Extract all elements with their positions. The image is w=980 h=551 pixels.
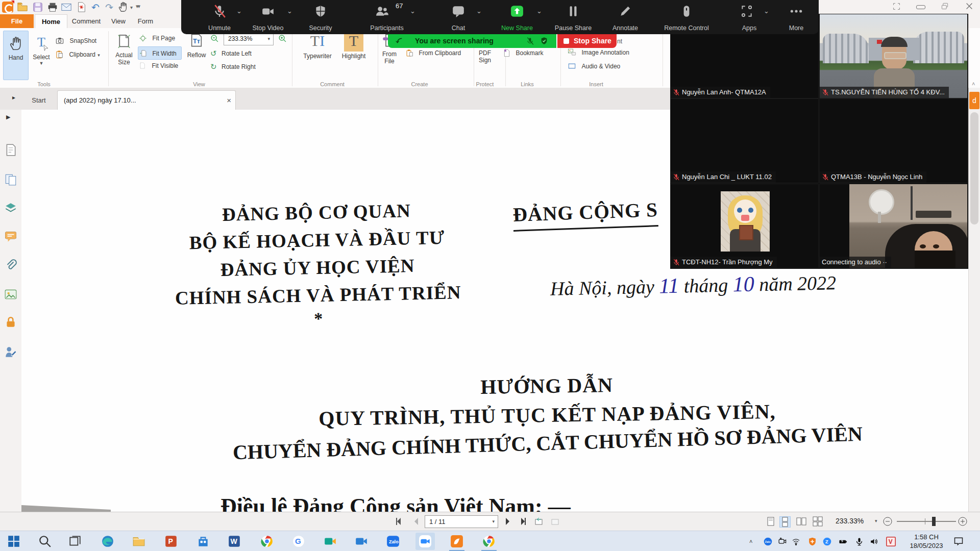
remote-control-button[interactable]: Remote Control [656, 0, 717, 34]
tray-record-icon[interactable] [778, 537, 787, 546]
chrome-active-icon[interactable] [482, 535, 496, 548]
chrome-icon[interactable] [260, 535, 274, 548]
first-page-icon[interactable] [394, 516, 404, 527]
select-dropdown-icon[interactable]: ▼ [30, 61, 53, 66]
security-button[interactable]: Security [299, 0, 342, 34]
hand-tool-quick-icon[interactable] [117, 2, 129, 13]
rotate-right-button[interactable]: ↻ Rotate Right [210, 62, 256, 71]
chat-button[interactable]: ⌄ Chat [440, 0, 476, 34]
zoom-slider-handle[interactable] [932, 517, 936, 526]
new-share-button[interactable]: ⌄ New Share [492, 0, 543, 34]
google-icon[interactable]: G [292, 535, 305, 548]
tab-file[interactable]: File [0, 14, 34, 28]
snapshot-button[interactable]: SnapShot [55, 36, 96, 45]
zoom-combo-dropdown-icon[interactable]: ▾ [267, 33, 270, 45]
tray-battery-icon[interactable] [839, 537, 847, 546]
close-icon[interactable] [965, 2, 974, 11]
tab-comment[interactable]: Comment [68, 14, 105, 28]
zalo-icon[interactable]: Zalo [386, 535, 400, 548]
signatures-panel-icon[interactable] [4, 345, 17, 359]
continuous-facing-view-icon[interactable] [813, 516, 823, 527]
reflow-button[interactable]: Tт Reflow [186, 32, 207, 59]
pages-panel-icon[interactable] [4, 173, 17, 186]
zoom-app-icon[interactable] [419, 535, 432, 548]
bookmark-button[interactable]: Bookmark [503, 48, 543, 57]
fit-page-button[interactable]: Fit Page [139, 33, 175, 42]
continuous-view-icon[interactable] [779, 516, 791, 528]
tray-zalo-icon[interactable]: Zalo [764, 537, 772, 546]
vertical-scrollbar[interactable]: ˄ d [968, 88, 980, 512]
open-file-icon[interactable] [17, 2, 28, 13]
highlight-button[interactable]: T Highlight [338, 32, 370, 60]
chevron-down-icon[interactable]: ⌄ [476, 7, 482, 15]
scroll-up-icon[interactable]: ˄ [972, 81, 975, 87]
expand-panel-icon[interactable]: ▶ [6, 114, 19, 127]
minimize-icon[interactable] [916, 5, 925, 9]
customize-toolbar-icon[interactable]: ▾▾ [136, 3, 139, 10]
tray-antivirus-icon[interactable] [808, 537, 817, 546]
chevron-down-icon[interactable]: ⌄ [764, 7, 769, 15]
zoom-out-circle-icon[interactable] [883, 516, 893, 527]
tray-microphone-icon[interactable] [855, 537, 864, 546]
tab-scroll-left-icon[interactable]: ▸ [12, 94, 15, 101]
ribbon-zoom-combo[interactable]: 233.33% ▾ [224, 33, 274, 45]
scrollbar-thumb[interactable] [970, 112, 978, 224]
page-dropdown-icon[interactable]: ▾ [492, 516, 495, 528]
hand-tool-dropdown-icon[interactable]: ▾ [130, 5, 133, 10]
meet-icon[interactable] [324, 535, 337, 548]
zoom-slider-track[interactable] [897, 521, 956, 522]
fit-width-button[interactable]: Fit Width [138, 46, 182, 60]
zoom-in-circle-icon[interactable] [958, 516, 968, 527]
typewriter-button[interactable]: TI Typewriter [302, 32, 333, 60]
tray-zoom-icon[interactable]: Z [823, 537, 831, 546]
participants-button[interactable]: 67 ⌄ Participants [359, 0, 415, 34]
word-icon[interactable]: W [228, 535, 241, 548]
previous-page-icon[interactable] [411, 516, 422, 527]
zoom-in-icon[interactable] [278, 34, 287, 43]
participant-tile[interactable]: Nguyễn Lan Chi _ LUKT 11.02 [670, 98, 819, 183]
task-view-icon[interactable] [68, 535, 82, 548]
actual-size-button[interactable]: Actual Size [113, 32, 135, 66]
single-page-view-icon[interactable] [766, 516, 776, 527]
participant-tile[interactable]: QTMA13B - Nguyễn Ngọc Linh [819, 98, 968, 183]
tray-wifi-icon[interactable] [792, 537, 800, 546]
zoom-out-icon[interactable] [210, 34, 219, 43]
action-center-icon[interactable] [953, 536, 964, 546]
fit-visible-button[interactable]: Fit Visible [139, 61, 178, 70]
powerpoint-icon[interactable]: P [164, 535, 178, 548]
rotate-left-button[interactable]: ↺ Rotate Left [210, 48, 252, 58]
apps-button[interactable]: ⌄ Apps [730, 0, 769, 34]
pause-share-button[interactable]: Pause Share [548, 0, 599, 34]
select-tool-button[interactable]: T Select ▼ [30, 31, 53, 82]
edge-icon[interactable] [101, 535, 114, 548]
attachments-panel-icon[interactable] [4, 259, 17, 272]
participant-tile[interactable]: TCĐT-NH12- Trần Phượng My [670, 184, 819, 268]
annotate-button[interactable]: Annotate [604, 0, 647, 34]
chevron-down-icon[interactable]: ⌄ [536, 7, 542, 15]
search-icon[interactable] [38, 535, 52, 548]
participant-tile[interactable]: TS.NGUYỄN TIẾN HÙNG TỔ 4 KĐV... [819, 14, 968, 98]
participant-tile[interactable]: Connecting to audio ·· [819, 184, 968, 268]
image-annotation-button[interactable]: Image Annotation [568, 47, 629, 57]
more-button[interactable]: More [779, 0, 813, 34]
unmute-button[interactable]: ⌄ Unmute [197, 0, 242, 34]
hand-tool-button[interactable]: Hand [3, 31, 29, 80]
foxit-app-icon[interactable] [450, 535, 463, 548]
doc-tab-close-icon[interactable]: × [227, 91, 231, 110]
next-view-icon[interactable] [550, 516, 560, 527]
tray-volume-icon[interactable] [870, 537, 878, 546]
redo-icon[interactable]: ↷ [104, 2, 115, 13]
facing-view-icon[interactable] [796, 516, 806, 527]
file-explorer-icon[interactable] [132, 535, 145, 548]
email-icon[interactable] [61, 2, 72, 13]
tray-unikey-icon[interactable]: V [886, 537, 896, 546]
hidden-icons-chevron[interactable]: ˄ [749, 538, 752, 544]
scrollbar-orange-tab[interactable]: d [969, 92, 979, 109]
bookmarks-panel-icon[interactable] [4, 143, 17, 157]
tray-clock[interactable]: 1:58 CH 18/05/2023 [906, 533, 947, 550]
camera-app-icon[interactable] [355, 535, 368, 548]
tab-form[interactable]: Form [133, 14, 158, 28]
tab-view[interactable]: View [106, 14, 131, 28]
store-icon[interactable] [197, 535, 210, 548]
status-zoom-dropdown-icon[interactable]: ▾ [875, 518, 877, 523]
